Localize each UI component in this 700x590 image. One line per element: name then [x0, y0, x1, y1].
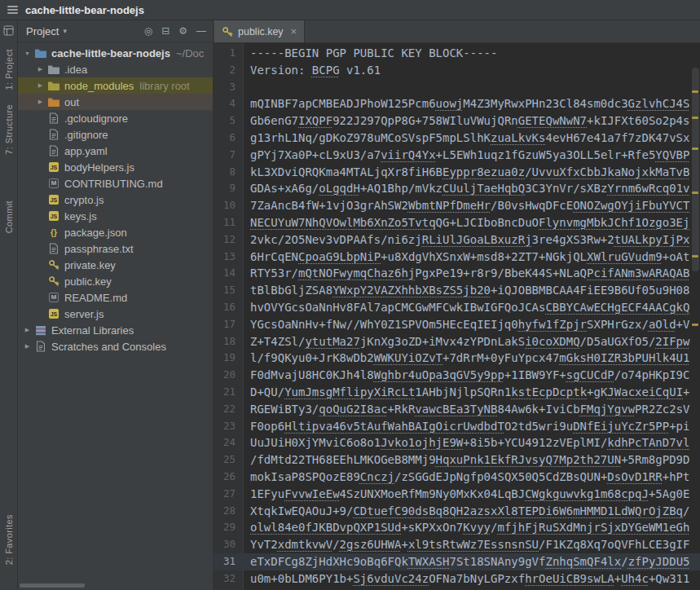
tree-item-package-json[interactable]: {}package.json [18, 224, 213, 240]
code-editor[interactable]: 1-----BEGIN PGP PUBLIC KEY BLOCK-----2Ve… [214, 43, 700, 590]
toolwindow-button-commit[interactable]: Commit [4, 193, 14, 240]
line-text: F0dMvajU8HC0KJh4l8Wghbr4uOpa3qGV5y9pp+1I… [243, 367, 689, 384]
line-text: mokIsaP8SPQozE89Cnczj/zSGGdEJpNgfp04SQX5… [243, 469, 689, 486]
js-icon: JS [46, 307, 61, 320]
tree-item-passphrase-txt[interactable]: passphrase.txt [18, 240, 213, 257]
tree-item-label: Scratches and Consoles [51, 341, 166, 353]
editor-line-11[interactable]: 11NECUYuW7NhQVOwlMb6XnZo5TvtqQG+LJCIboBn… [214, 214, 700, 231]
editor-line-12[interactable]: 122vkc/2O5Nev3vDPAAfs/ni6zjRLiUlJGoaLBxu… [214, 231, 700, 249]
project-view-selector[interactable]: Project ▾ [26, 25, 67, 37]
tree-item-gcloudignore[interactable]: .gcloudignore [18, 110, 213, 126]
warning-stripe-mark[interactable] [692, 90, 698, 93]
horizontal-scrollbar[interactable] [20, 583, 85, 588]
editor-line-8[interactable]: 8kL3XDviQRQKma4MTALjqXr8fiH6BEyppr8ezua0… [214, 164, 700, 181]
tree-item-gitignore[interactable]: .gitignore [18, 126, 213, 143]
tree-item-external-libraries[interactable]: ▶External Libraries [18, 322, 213, 338]
line-text: /fdMtd22TH68EEhLMKOGeB8MMj9HqxuPnk1EkfRJ… [243, 451, 689, 469]
editor-line-15[interactable]: 15tBlBbGljZSA8YWxpY2VAZXhhbXBsZS5jb20+iQ… [214, 282, 700, 299]
line-number: 6 [214, 130, 243, 147]
editor-line-26[interactable]: 26mokIsaP8SPQozE89Cnczj/zSGGdEJpNgfp04SQ… [214, 469, 700, 486]
editor-line-30[interactable]: 30YvT2xdmtkvwV/2gsz6UHWA+xl9tsRtwWz7Essn… [214, 536, 700, 553]
menu-icon[interactable] [7, 6, 18, 14]
editor-line-27[interactable]: 271EFyuFvvwIeEw4SzUNXMoeRfMm9Ny0MxKx04Lq… [214, 486, 700, 503]
warning-stripe-mark[interactable] [692, 148, 698, 150]
key-file-icon [222, 25, 233, 38]
tree-item-idea[interactable]: ▶.idea [18, 61, 213, 77]
editor-area: public.key × 1-----BEGIN PGP PUBLIC KEY … [214, 20, 700, 590]
editor-line-31[interactable]: 31eTxDFCg8ZjHdXHc9oBq6FQkTWXASH7St18SNAn… [214, 553, 700, 570]
editor-line-16[interactable]: 16hvOVYGcsOaNnHv8FAl7apCMCGwMFCwkIBwIGFQ… [214, 299, 700, 316]
editor-line-9[interactable]: 9GDAs+xA6g/oLgqdH+AQ1Bhp/mVkzCUuljTaeHqb… [214, 180, 700, 197]
toolwindow-button-project[interactable]: 1: Project [4, 42, 14, 97]
toolwindow-button-structure[interactable]: 7: Structure [4, 97, 14, 162]
editor-scrollbar-thumb[interactable] [692, 68, 699, 271]
project-tool-icon[interactable] [3, 25, 14, 38]
editor-tab-bar: public.key × [214, 20, 700, 43]
editor-line-18[interactable]: 18Z+T4ZSl/ytutMa27jKnXg3oZD+iMvx4zYPDnLa… [214, 333, 700, 350]
tree-item-server-js[interactable]: JSserver.js [18, 306, 213, 322]
toolwindow-button-favorites[interactable]: 2: Favorites [4, 507, 14, 572]
editor-line-32[interactable]: 32u0m+0bLDM6PY1b+Sj6vduVc24zOFNa7bNyLGPz… [214, 570, 700, 588]
tree-item-out[interactable]: ▶out [18, 94, 213, 110]
error-stripe[interactable] [690, 43, 700, 590]
editor-line-7[interactable]: 7gPYj7Xa0P+cL9xU3/a7viirQ4Yx+L5EWh1uqz1f… [214, 147, 700, 164]
editor-line-1[interactable]: 1-----BEGIN PGP PUBLIC KEY BLOCK----- [214, 45, 700, 62]
line-number: 29 [214, 519, 243, 536]
editor-line-21[interactable]: 21D+QU/YumJmsgMflipyXiRcLt1AHbjNjlpSQRn1… [214, 384, 700, 401]
editor-line-19[interactable]: 19l/f9QKyu0+JrK8wDb2WWKUYiOZvT+7dRrM+0yF… [214, 350, 700, 367]
editor-line-4[interactable]: 4mQINBF7apCMBEADJPhoW125Pcm6uowjM4Z3MyRw… [214, 95, 700, 112]
editor-line-24[interactable]: 24UuJUiH0XjYMviC6o8o1Jvko1ojhjE9W+8i5b+Y… [214, 434, 700, 451]
close-tab-icon[interactable]: × [291, 25, 297, 37]
editor-line-28[interactable]: 28XtqkIwEQAOuJ+9/CDtuefC90dsBq8QH2azsxXl… [214, 503, 700, 520]
line-number: 28 [214, 503, 243, 520]
tree-item-readme-md[interactable]: MREADME.md [18, 289, 213, 306]
editor-line-14[interactable]: 14RTY53r/mQtNOFwymqChaz6hjPgxPe19+r8r9/B… [214, 265, 700, 282]
warning-stripe-mark[interactable] [692, 324, 698, 326]
warning-stripe-mark[interactable] [692, 192, 698, 194]
line-number: 21 [214, 384, 243, 401]
editor-line-10[interactable]: 107ZaAncB4fW+1vjO3grAhSW2WbmtNPfDmeHr/B0… [214, 197, 700, 214]
editor-line-20[interactable]: 20F0dMvajU8HC0KJh4l8Wghbr4uOpa3qGV5y9pp+… [214, 367, 700, 384]
line-text: -----BEGIN PGP PUBLIC KEY BLOCK----- [243, 45, 497, 62]
editor-line-5[interactable]: 5Gb6enG7IXQPF922J297QpP8G+758WIluVWujQRn… [214, 112, 700, 130]
tree-item-private-key[interactable]: private.key [18, 257, 213, 273]
chevron-collapsed-icon[interactable]: ▶ [34, 82, 46, 89]
tree-item-cache-little-bear-nodejs[interactable]: ▼cache-little-bear-nodejs~/Doc [18, 45, 213, 61]
line-text: Gb6enG7IXQPF922J297QpP8G+758WIluVWujQRnG… [243, 112, 689, 130]
tree-item-bodyhelpers-js[interactable]: JSbodyHelpers.js [18, 159, 213, 175]
chevron-expanded-icon[interactable]: ▼ [21, 51, 33, 56]
tree-item-label: package.json [64, 227, 127, 239]
settings-gear-icon[interactable]: ⚙ [178, 26, 187, 36]
tree-item-contributing-md[interactable]: MCONTRIBUTING.md [18, 175, 213, 192]
line-text: Version: BCPG v1.61 [243, 62, 381, 79]
line-number: 22 [214, 401, 243, 418]
tree-item-scratches-and-consoles[interactable]: ▶Scratches and Consoles [18, 338, 213, 354]
warning-stripe-mark[interactable] [692, 255, 698, 258]
chevron-collapsed-icon[interactable]: ▶ [21, 327, 33, 333]
editor-line-17[interactable]: 17YGcsOaNnHv+fNw//WhY0Z1SPVOm5HEcEqIEIjq… [214, 316, 700, 333]
editor-line-23[interactable]: 23F0op6Hltipva46v5tAufWahBAIgOicrUwdbdTO… [214, 418, 700, 435]
line-text: NECUYuW7NhQVOwlMb6XnZo5TvtqQG+LJCIboBncD… [243, 214, 689, 231]
warning-stripe-mark[interactable] [692, 117, 698, 119]
file-icon [46, 128, 61, 141]
editor-line-3[interactable]: 3 [214, 79, 700, 96]
chevron-collapsed-icon[interactable]: ▶ [34, 66, 46, 73]
tree-item-app-yaml[interactable]: app.yaml [18, 143, 213, 159]
tab-public-key[interactable]: public.key × [214, 20, 305, 42]
editor-line-6[interactable]: 6g13rhL1Nq/gDKoZ978uMCoSVspF5mpLSlhKzuaL… [214, 130, 700, 147]
editor-line-2[interactable]: 2Version: BCPG v1.61 [214, 62, 700, 79]
collapse-all-icon[interactable]: ⊟ [161, 26, 169, 36]
chevron-collapsed-icon[interactable]: ▶ [21, 343, 33, 350]
tree-item-keys-js[interactable]: JSkeys.js [18, 208, 213, 224]
hide-panel-icon[interactable]: — [196, 26, 206, 36]
editor-line-29[interactable]: 29olwl84e0fJKBDvpQXP1SUd+sKPXxOn7Kvyy/mf… [214, 519, 700, 536]
editor-line-25[interactable]: 25/fdMtd22TH68EEhLMKOGeB8MMj9HqxuPnk1Ekf… [214, 451, 700, 469]
file-icon [46, 112, 61, 125]
chevron-collapsed-icon[interactable]: ▶ [34, 99, 46, 105]
tree-item-public-key[interactable]: public.key [18, 273, 213, 289]
editor-line-22[interactable]: 22RGEWiBTy3/qoQuG2I8ac+RkRvawcBEa3TyNB84… [214, 401, 700, 418]
tree-item-node-modules[interactable]: ▶node_moduleslibrary root [18, 77, 213, 94]
tree-item-crypto-js[interactable]: JScrypto.js [18, 192, 213, 208]
locate-file-icon[interactable]: ◎ [144, 26, 152, 36]
editor-line-13[interactable]: 136HrCqENCpoaG9LbpNiP+u8XdgVhXSnxW+msd8+… [214, 249, 700, 266]
